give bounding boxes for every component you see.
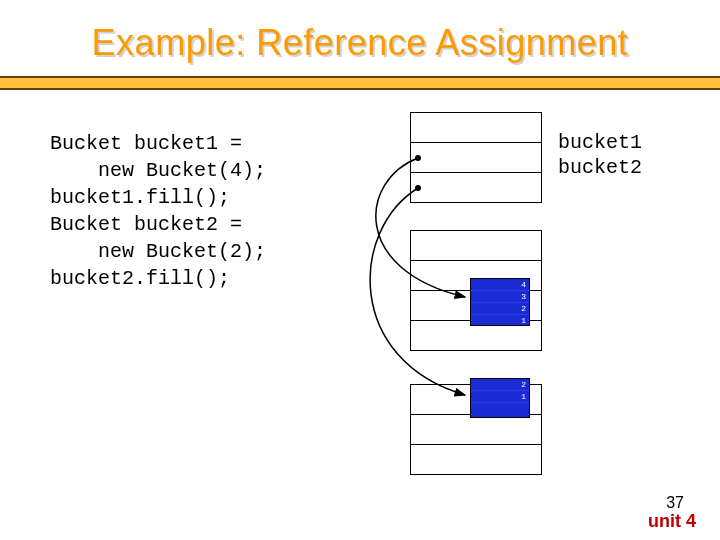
- object-bucket2: 2 1: [470, 378, 530, 418]
- slide-title: Example: Reference Assignment: [0, 22, 720, 64]
- code-line: bucket1.fill();: [50, 186, 230, 209]
- memory-cell: [410, 230, 542, 261]
- chunk-value: 1: [521, 315, 526, 327]
- slide: { "title": "Example: Reference Assignmen…: [0, 0, 720, 540]
- object-bucket1: 4 3 2 1: [470, 278, 530, 326]
- memory-cell: [410, 142, 542, 173]
- code-line: new Bucket(2);: [50, 240, 266, 263]
- unit-label: unit 4: [648, 511, 696, 532]
- slide-number: 37: [666, 494, 684, 512]
- code-block: Bucket bucket1 = new Bucket(4); bucket1.…: [50, 130, 266, 292]
- code-line: new Bucket(4);: [50, 159, 266, 182]
- chunk-value: 3: [521, 291, 526, 303]
- chunk-value: 1: [521, 391, 526, 403]
- memory-cell: [410, 414, 542, 445]
- code-line: bucket2.fill();: [50, 267, 230, 290]
- chunk-value: 2: [521, 379, 526, 391]
- code-line: Bucket bucket2 =: [50, 213, 242, 236]
- memory-cell: [410, 172, 542, 203]
- variable-labels: bucket1 bucket2: [558, 130, 642, 180]
- label-bucket2: bucket2: [558, 155, 642, 180]
- label-bucket1: bucket1: [558, 130, 642, 155]
- memory-gap: [410, 202, 542, 230]
- memory-cell: [410, 112, 542, 143]
- chunk-value: 2: [521, 303, 526, 315]
- title-bar-inner: [0, 78, 720, 88]
- chunk-value: 4: [521, 279, 526, 291]
- memory-cell: [410, 444, 542, 475]
- code-line: Bucket bucket1 =: [50, 132, 242, 155]
